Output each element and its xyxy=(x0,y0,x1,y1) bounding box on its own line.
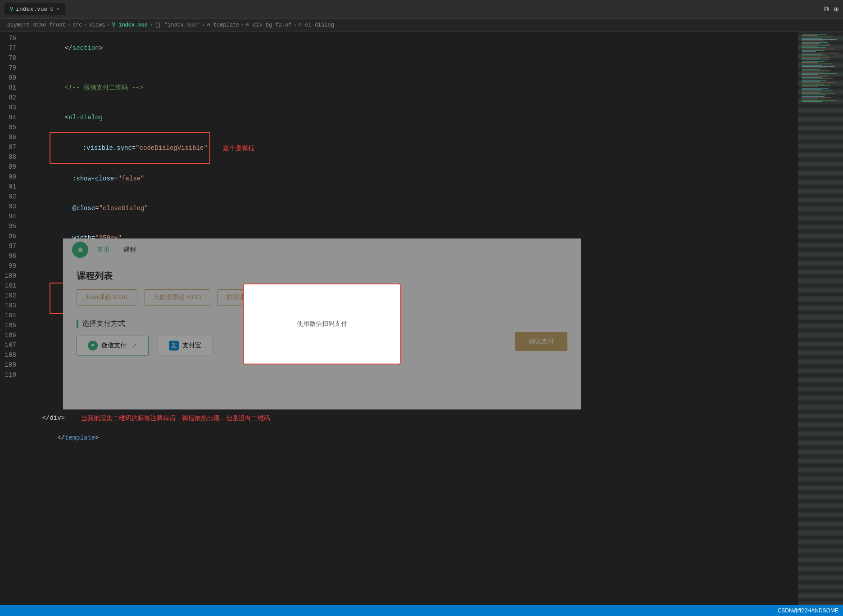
preview-inner: 自 首页 课程 课程列表 Java课程 ¥0.01 大数据课程 ¥0.01 前端… xyxy=(63,238,581,409)
split-editor-icon[interactable]: ⧉ xyxy=(824,5,829,13)
code-line-82: @close="closeDialog" xyxy=(23,193,798,223)
code-line-78: <!-- 微信支付二维码 --> xyxy=(23,73,798,103)
dialog-overlay: 使用微信扫码支付 xyxy=(63,238,581,409)
tab-index-vue[interactable]: V index.vue U × xyxy=(5,3,65,15)
line-numbers: 76 77 78 79 80 81 82 83 84 85 86 87 88 8… xyxy=(0,31,23,616)
status-right: CSDN@ff22HANDSOME xyxy=(778,607,838,614)
code-line-92 xyxy=(23,453,798,463)
code-line-90: </div> 当我把渲染二维码的标签注释掉后，弹框依然出现，但是没有二维码 xyxy=(23,413,798,423)
close-icon[interactable]: × xyxy=(56,6,59,13)
preview-area: 自 首页 课程 课程列表 Java课程 ¥0.01 大数据课程 ¥0.01 前端… xyxy=(63,238,581,409)
layout-icon[interactable]: ⊞ xyxy=(834,5,838,14)
code-area[interactable]: </section> <!-- 微信支付二维码 --> <el-dialog :… xyxy=(23,31,798,616)
code-line-81: :show-close="false" xyxy=(23,164,798,193)
code-line-91: </template> xyxy=(23,423,798,453)
dialog-box: 使用微信扫码支付 xyxy=(243,283,401,364)
code-line-80: :visible.sync="codeDialogVisible" 这个是弹框 xyxy=(23,132,798,164)
code-line-79: <el-dialog xyxy=(23,103,798,132)
breadcrumb-item: src xyxy=(73,22,82,28)
minimap xyxy=(798,31,843,616)
breadcrumb-item-vue: V index.vue xyxy=(112,22,148,28)
breadcrumb-item: views xyxy=(89,22,105,28)
breadcrumb-item-div: ⊙ div.bg-fa.of xyxy=(246,22,292,28)
tab-filename: index.vue xyxy=(16,6,47,13)
breadcrumb: payment-demo-front › src › views › V ind… xyxy=(0,19,843,31)
breadcrumb-item: {} "index.vue" xyxy=(154,22,200,28)
code-line-77 xyxy=(23,63,798,73)
breadcrumb-item: payment-demo-front xyxy=(7,22,66,28)
vue-icon: V xyxy=(10,6,13,13)
breadcrumb-item-dialog: ⊙ el-dialog xyxy=(299,22,334,28)
tab-status: U xyxy=(50,6,53,13)
title-bar-actions: ⧉ ⊞ xyxy=(824,5,838,14)
minimap-content xyxy=(798,31,843,616)
code-line-76: </section> xyxy=(23,33,798,63)
status-bar: CSDN@ff22HANDSOME xyxy=(0,605,843,616)
editor: 76 77 78 79 80 81 82 83 84 85 86 87 88 8… xyxy=(0,31,843,616)
breadcrumb-item-template: ⊙ template xyxy=(207,22,239,28)
tab-bar: V index.vue U × xyxy=(5,3,65,15)
dialog-text: 使用微信扫码支付 xyxy=(297,320,347,328)
title-bar: V index.vue U × ⧉ ⊞ xyxy=(0,0,843,19)
